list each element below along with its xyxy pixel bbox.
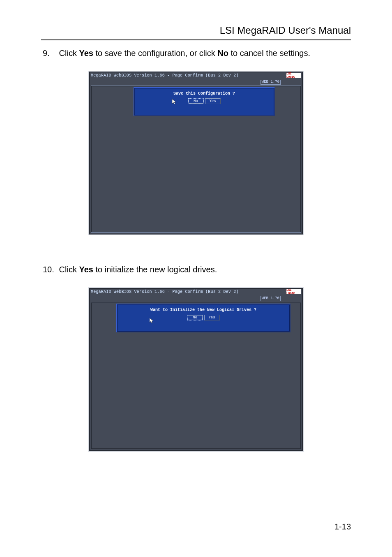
bios-main-panel: Save this Configuration ? No Yes [91,86,301,233]
dialog-message: Want to Initialize the New Logical Drive… [117,308,290,312]
no-button[interactable]: No [188,98,204,104]
step-10-text-pre: Click [59,265,79,274]
step-9: 9. Click Yes to save the configuration, … [43,48,351,58]
step-9-yes: Yes [79,49,93,58]
step-10-yes: Yes [79,265,93,274]
screenshot-init-drives: MegaRAID WebBIOS Version 1.66 - Page Con… [88,287,304,452]
bios-titlebar: MegaRAID WebBIOS Version 1.66 - Page Con… [91,72,301,78]
header-rule [41,39,351,40]
step-10-text-post: to initialize the new logical drives. [93,265,217,274]
confirm-dialog: Want to Initialize the New Logical Drive… [116,304,291,332]
dialog-button-row: No Yes [134,98,274,104]
page-number: 1-13 [334,522,351,531]
step-9-text-post: to cancel the settings. [228,49,310,58]
bios-version-tab: WEB 1.70 [261,296,281,301]
lsi-logo: LSI LOGIC [286,73,301,78]
step-10: 10. Click Yes to initialize the new logi… [43,264,351,275]
confirm-dialog: Save this Configuration ? No Yes [134,87,275,116]
bios-titlebar: MegaRAID WebBIOS Version 1.66 - Page Con… [91,289,301,295]
screenshot-save-config: MegaRAID WebBIOS Version 1.66 - Page Con… [88,71,304,235]
dialog-message: Save this Configuration ? [134,91,274,96]
mouse-cursor-icon [150,318,153,323]
step-9-text-pre: Click [59,49,79,58]
lsi-logo: LSI LOGIC [286,289,301,294]
no-button[interactable]: No [187,315,203,320]
bios-window-title: MegaRAID WebBIOS Version 1.66 - Page Con… [91,290,239,294]
bios-main-panel: Want to Initialize the New Logical Drive… [91,302,301,449]
dialog-button-row: No Yes [117,315,290,320]
yes-button[interactable]: Yes [204,315,220,320]
page-header-title: LSI MegaRAID User's Manual [41,25,351,38]
bios-window-title: MegaRAID WebBIOS Version 1.66 - Page Con… [91,73,239,78]
yes-button[interactable]: Yes [205,98,221,104]
step-9-text-mid: to save the configuration, or click [93,49,217,58]
step-9-number: 9. [43,48,57,58]
step-9-no: No [217,49,228,58]
bios-version-tab: WEB 1.70 [261,80,281,85]
step-10-number: 10. [43,264,57,275]
mouse-cursor-icon [172,99,176,104]
